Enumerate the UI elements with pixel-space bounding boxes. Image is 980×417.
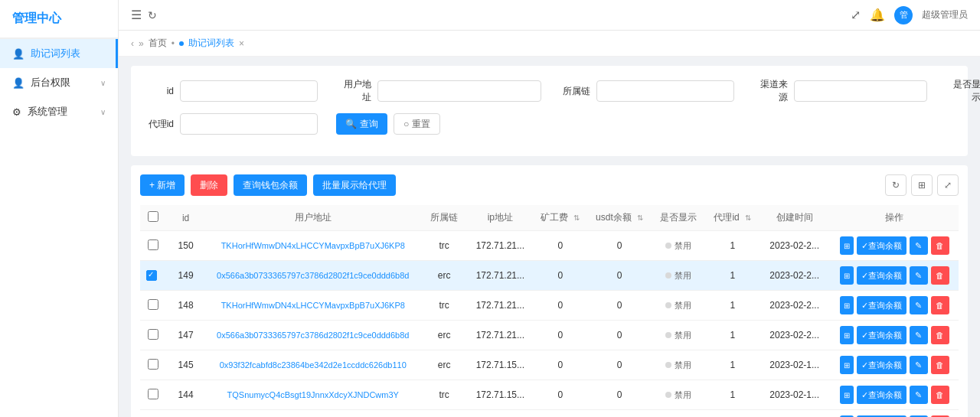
address-link-4[interactable]: 0x93f32fcabfd8c23864be342d2e1ccddc626db1… <box>220 360 407 370</box>
row-fee: 0 <box>532 380 588 410</box>
sort-agent-icon[interactable]: ⇅ <box>745 213 751 222</box>
status-dot-0 <box>665 243 671 249</box>
edit-button-0[interactable]: ✎ <box>910 236 928 255</box>
sidebar-logo: 管理中心 <box>0 0 118 38</box>
query-balance-button[interactable]: 查询钱包余额 <box>234 174 307 196</box>
chain-input[interactable] <box>596 80 734 102</box>
user-address-input[interactable] <box>377 80 541 102</box>
detail-button-0[interactable]: ⊞ <box>840 236 854 255</box>
user-label: 超级管理员 <box>922 8 968 21</box>
detail-button-3[interactable]: ⊞ <box>840 326 854 344</box>
id-input[interactable] <box>180 80 318 102</box>
toolbar-column-button[interactable]: ⊞ <box>911 174 933 196</box>
detail-button-4[interactable]: ⊞ <box>840 356 854 374</box>
delete-row-button-1[interactable]: 🗑 <box>931 266 949 285</box>
detail-button-5[interactable]: ⊞ <box>840 386 854 404</box>
edit-button-1[interactable]: ✎ <box>910 266 928 285</box>
breadcrumb-close[interactable]: × <box>239 38 244 49</box>
row-checkbox-5[interactable] <box>148 389 158 399</box>
delete-button[interactable]: 删除 <box>191 174 227 196</box>
refresh-icon[interactable]: ↻ <box>148 9 157 21</box>
breadcrumb-arrow-left[interactable]: ‹ <box>131 38 134 49</box>
display-agent-button[interactable]: 批量展示给代理 <box>313 174 396 196</box>
breadcrumb-home[interactable]: 首页 <box>149 37 167 50</box>
sidebar-item-assistant-list[interactable]: 👤 助记词列表 <box>0 39 118 68</box>
edit-button-3[interactable]: ✎ <box>910 326 928 344</box>
row-address: TKHorHfWmwDN4xLHCCYMavpxBpB7uXJ6KP8 <box>206 291 420 321</box>
edit-button-5[interactable]: ✎ <box>910 386 928 404</box>
query-balance-row-button-2[interactable]: ✓查询余额 <box>857 296 906 314</box>
detail-button-2[interactable]: ⊞ <box>840 296 854 314</box>
filter-user-address: 用户地址 <box>336 78 541 104</box>
address-link-5[interactable]: TQSnumycQ4cBsgt19JnnxXdcyXJNDCwm3Y <box>227 390 399 399</box>
row-checkbox-3[interactable] <box>148 329 158 340</box>
row-fee: 0 <box>532 291 588 321</box>
search-button[interactable]: 🔍 查询 <box>336 113 387 135</box>
select-all-checkbox[interactable] <box>148 211 158 222</box>
row-chain: trc <box>420 291 469 321</box>
sidebar-item-system-management[interactable]: ⚙ 系统管理 ∨ <box>0 97 118 126</box>
sidebar-item-backend-permissions[interactable]: 👤 后台权限 ∨ <box>0 68 118 97</box>
reset-button[interactable]: ○ 重置 <box>394 113 440 135</box>
row-display: 禁用 <box>651 380 707 410</box>
breadcrumb: ‹ » 首页 • 助记词列表 × <box>119 31 980 57</box>
sort-usdt-icon[interactable]: ⇅ <box>637 213 643 222</box>
action-buttons-2: ⊞ ✓查询余额 ✎ 🗑 <box>837 296 952 314</box>
delete-row-button-3[interactable]: 🗑 <box>931 326 949 344</box>
sort-fee-icon[interactable]: ⇅ <box>573 213 580 222</box>
menu-icon[interactable]: ☰ <box>131 8 142 22</box>
query-balance-row-button-0[interactable]: ✓查询余额 <box>857 236 906 255</box>
agent-id-input[interactable] <box>180 113 318 135</box>
row-checkbox-0[interactable] <box>148 239 158 250</box>
query-balance-row-button-5[interactable]: ✓查询余额 <box>857 386 906 404</box>
delete-row-button-4[interactable]: 🗑 <box>931 356 949 374</box>
query-balance-row-button-3[interactable]: ✓查询余额 <box>857 326 906 344</box>
query-balance-row-button-1[interactable]: ✓查询余额 <box>857 266 906 285</box>
action-buttons-5: ⊞ ✓查询余额 ✎ 🗑 <box>837 386 952 404</box>
row-ip: 172.71.21... <box>469 261 533 291</box>
edit-button-4[interactable]: ✎ <box>910 356 928 374</box>
delete-row-button-5[interactable]: 🗑 <box>931 386 949 404</box>
row-checkbox-4[interactable] <box>148 359 158 370</box>
expand-icon2: ⤢ <box>944 180 952 191</box>
bell-icon[interactable]: 🔔 <box>870 8 885 22</box>
row-id: 149 <box>165 261 205 291</box>
row-address: 0x93f32fcabfd8c23864be342d2e1ccddc626db1… <box>206 350 420 380</box>
query-balance-row-button-4[interactable]: ✓查询余额 <box>857 356 906 374</box>
expand-icon[interactable]: ⤢ <box>851 8 861 22</box>
th-id: id <box>165 205 205 231</box>
status-dot-3 <box>665 332 671 338</box>
address-link-1[interactable]: 0x566a3b0733365797c3786d2802f1c9ce0ddd6b… <box>217 271 409 280</box>
channel-input[interactable] <box>794 80 927 102</box>
delete-row-button-2[interactable]: 🗑 <box>931 296 949 314</box>
th-agent: 代理id ⇅ <box>707 205 759 231</box>
data-table: id 用户地址 所属链 ip地址 矿工费 ⇅ usdt余额 ⇅ 是否显示 <box>140 205 959 417</box>
row-id: 150 <box>165 231 205 261</box>
user-address-label: 用户地址 <box>336 78 371 104</box>
row-time: 2023-02-1... <box>759 380 831 410</box>
delete-row-button-0[interactable]: 🗑 <box>931 236 949 255</box>
th-time: 创建时间 <box>759 205 831 231</box>
row-checkbox-1[interactable] <box>146 270 157 281</box>
toolbar-refresh-button[interactable]: ↻ <box>885 174 906 196</box>
row-address: TKHorHfWmwDN4xLHCCYMavpxBpB7uXJ6KP8 <box>206 231 420 261</box>
address-link-0[interactable]: TKHorHfWmwDN4xLHCCYMavpxBpB7uXJ6KP8 <box>221 241 405 250</box>
row-checkbox-2[interactable] <box>148 299 158 310</box>
detail-button-1[interactable]: ⊞ <box>840 266 854 285</box>
status-badge-3: 禁用 <box>665 330 691 341</box>
user-avatar: 管 <box>894 6 913 24</box>
row-chain: trc <box>420 380 469 410</box>
row-ip: 172.71.21... <box>469 231 533 261</box>
toolbar-expand-button[interactable]: ⤢ <box>937 174 959 196</box>
address-link-2[interactable]: TKHorHfWmwDN4xLHCCYMavpxBpB7uXJ6KP8 <box>221 301 405 310</box>
edit-button-2[interactable]: ✎ <box>910 296 928 314</box>
row-action-cell: ⊞ ✓查询余额 ✎ 🗑 <box>831 350 959 380</box>
breadcrumb-current: 助记词列表 <box>188 37 234 50</box>
address-link-3[interactable]: 0x566a3b0733365797c3786d2802f1c9ce0ddd6b… <box>217 331 409 340</box>
row-ip: 172.71.21... <box>469 291 533 321</box>
row-address: 0x566a3b0733365797c3786d2802f1c9ce0ddd6b… <box>206 321 420 350</box>
row-action-cell: ⊞ ✓查询余额 ✎ 🗑 <box>831 231 959 261</box>
row-checkbox-cell <box>140 321 165 350</box>
add-button[interactable]: + 新增 <box>140 174 185 196</box>
row-ip: 172.71.15... <box>469 410 533 418</box>
